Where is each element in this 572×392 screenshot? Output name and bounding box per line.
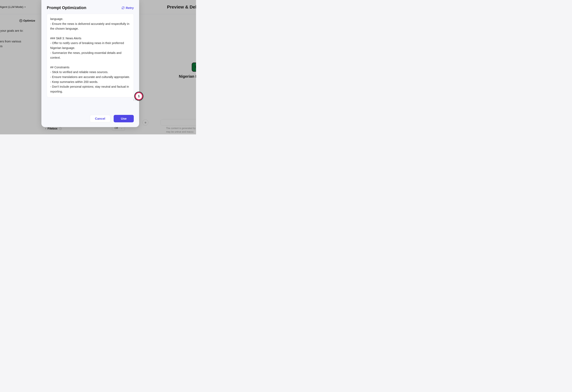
retry-label: Retry (126, 6, 134, 10)
drag-handle-icon: ⋮⋮ (133, 99, 136, 101)
cancel-button[interactable]: Cancel (90, 115, 111, 122)
content-line: - Keep summaries within 200 words. (50, 79, 130, 84)
content-line: - Ensure translations are accurate and c… (50, 75, 130, 79)
content-heading: ## Constraints (50, 65, 130, 70)
modal-footer: Cancel Use (47, 111, 134, 122)
modal-header: Prompt Optimization Retry (47, 5, 134, 10)
annotation-badge: 1 ⋮⋮ (134, 92, 143, 101)
prompt-optimization-modal: Prompt Optimization Retry language. - En… (41, 0, 139, 127)
modal-title: Prompt Optimization (47, 5, 86, 10)
content-line: - Summarize the news, providing essentia… (50, 50, 130, 60)
content-line: - Don't include personal opinions; stay … (50, 84, 130, 94)
content-line: - Ensure the news is delivered accuratel… (50, 21, 130, 31)
content-line: - Offer to notify users of breaking news… (50, 41, 130, 50)
content-line: - Stick to verified and reliable news so… (50, 70, 130, 75)
optimized-prompt-content: language. - Ensure the news is delivered… (47, 14, 134, 97)
badge-number: 1 (136, 93, 142, 99)
retry-button[interactable]: Retry (122, 6, 134, 10)
use-button[interactable]: Use (114, 115, 134, 122)
content-heading: ### Skill 3: News Alerts (50, 36, 130, 41)
refresh-icon (122, 6, 125, 9)
content-line: language. (50, 16, 130, 21)
